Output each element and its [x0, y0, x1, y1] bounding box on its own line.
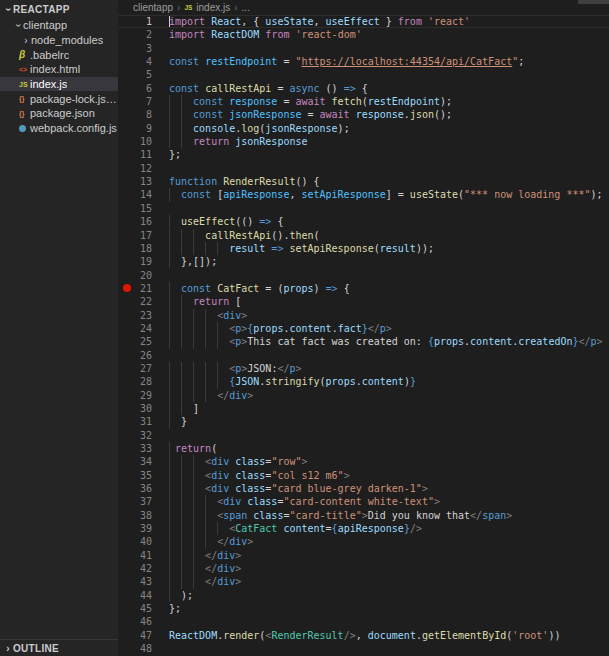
line-number[interactable]: 32	[136, 429, 152, 442]
glyph-margin[interactable]	[118, 42, 136, 55]
glyph-margin[interactable]	[118, 175, 136, 188]
code-line-39[interactable]: 39<CatFact content={apiResponse}/>	[118, 522, 609, 535]
code-line-8[interactable]: 8const jsonResponse = await response.jso…	[118, 108, 609, 121]
code-line-47[interactable]: 47ReactDOM.render(<RenderResult/>, docum…	[118, 629, 609, 642]
line-number[interactable]: 6	[136, 82, 152, 95]
code-line-38[interactable]: 38<span class="card-title">Did you know …	[118, 509, 609, 522]
line-number[interactable]: 36	[136, 482, 152, 495]
code-line-46[interactable]: 46	[118, 615, 609, 628]
code-line-5[interactable]: 5	[118, 68, 609, 81]
tree-item-webpack-config-js[interactable]: webpack.config.js	[0, 121, 118, 136]
line-number[interactable]: 7	[136, 95, 152, 108]
glyph-margin[interactable]	[118, 362, 136, 375]
code-line-16[interactable]: 16useEffect(() => {	[118, 215, 609, 228]
line-number[interactable]: 46	[136, 615, 152, 628]
glyph-margin[interactable]	[118, 349, 136, 362]
glyph-margin[interactable]	[118, 429, 136, 442]
glyph-margin[interactable]	[118, 389, 136, 402]
line-number[interactable]: 38	[136, 509, 152, 522]
line-number[interactable]: 2	[136, 28, 152, 41]
code-line-21[interactable]: 21const CatFact = (props) => {	[118, 282, 609, 295]
code-line-10[interactable]: 10return jsonResponse	[118, 135, 609, 148]
glyph-margin[interactable]	[118, 28, 136, 41]
glyph-margin[interactable]	[118, 135, 136, 148]
outline-section-header[interactable]: › OUTLINE	[0, 639, 118, 656]
code-line-11[interactable]: 11};	[118, 148, 609, 161]
code-line-12[interactable]: 12	[118, 162, 609, 175]
line-number[interactable]: 19	[136, 255, 152, 268]
line-number[interactable]: 14	[136, 188, 152, 201]
code-line-22[interactable]: 22return [	[118, 295, 609, 308]
line-number[interactable]: 22	[136, 295, 152, 308]
glyph-margin[interactable]	[118, 95, 136, 108]
line-number[interactable]: 16	[136, 215, 152, 228]
line-number[interactable]: 11	[136, 148, 152, 161]
line-number[interactable]: 29	[136, 389, 152, 402]
glyph-margin[interactable]	[118, 562, 136, 575]
glyph-margin[interactable]	[118, 16, 136, 27]
glyph-margin[interactable]	[118, 469, 136, 482]
code-line-27[interactable]: 27<p>JSON:</p>	[118, 362, 609, 375]
glyph-margin[interactable]	[118, 108, 136, 121]
line-number[interactable]: 37	[136, 495, 152, 508]
line-number[interactable]: 33	[136, 442, 152, 455]
line-number[interactable]: 9	[136, 122, 152, 135]
line-number[interactable]: 20	[136, 269, 152, 282]
workspace-section-header[interactable]: › REACTAPP	[0, 0, 118, 18]
glyph-margin[interactable]	[118, 509, 136, 522]
glyph-margin[interactable]	[118, 82, 136, 95]
line-number[interactable]: 41	[136, 549, 152, 562]
line-number[interactable]: 10	[136, 135, 152, 148]
code-line-42[interactable]: 42</div>	[118, 562, 609, 575]
line-number[interactable]: 34	[136, 455, 152, 468]
code-line-34[interactable]: 34<div class="row">	[118, 455, 609, 468]
glyph-margin[interactable]	[118, 188, 136, 201]
line-number[interactable]: 35	[136, 469, 152, 482]
glyph-margin[interactable]	[118, 282, 136, 295]
line-number[interactable]: 45	[136, 602, 152, 615]
glyph-margin[interactable]	[118, 68, 136, 81]
glyph-margin[interactable]	[118, 215, 136, 228]
code-line-40[interactable]: 40</div>	[118, 535, 609, 548]
glyph-margin[interactable]	[118, 629, 136, 642]
glyph-margin[interactable]	[118, 415, 136, 428]
line-number[interactable]: 21	[136, 282, 152, 295]
code-line-41[interactable]: 41</div>	[118, 549, 609, 562]
code-line-36[interactable]: 36<div class="card blue-grey darken-1">	[118, 482, 609, 495]
line-number[interactable]: 28	[136, 375, 152, 388]
glyph-margin[interactable]	[118, 242, 136, 255]
code-line-24[interactable]: 24<p>{props.content.fact}</p>	[118, 322, 609, 335]
code-line-31[interactable]: 31}	[118, 415, 609, 428]
glyph-margin[interactable]	[118, 549, 136, 562]
code-line-25[interactable]: 25<p>This cat fact was created on: {prop…	[118, 335, 609, 348]
glyph-margin[interactable]	[118, 148, 136, 161]
code-line-1[interactable]: 1import React, { useState, useEffect } f…	[118, 15, 609, 28]
line-number[interactable]: 1	[136, 16, 152, 27]
tree-item-node-modules[interactable]: ›node_modules	[0, 33, 118, 48]
line-number[interactable]: 15	[136, 202, 152, 215]
line-number[interactable]: 43	[136, 575, 152, 588]
code-line-29[interactable]: 29</div>	[118, 389, 609, 402]
line-number[interactable]: 48	[136, 642, 152, 655]
line-number[interactable]: 44	[136, 589, 152, 602]
line-number[interactable]: 39	[136, 522, 152, 535]
glyph-margin[interactable]	[118, 269, 136, 282]
line-number[interactable]: 8	[136, 108, 152, 121]
code-line-45[interactable]: 45};	[118, 602, 609, 615]
glyph-margin[interactable]	[118, 162, 136, 175]
line-number[interactable]: 47	[136, 629, 152, 642]
glyph-margin[interactable]	[118, 455, 136, 468]
code-line-37[interactable]: 37<div class="card-content white-text">	[118, 495, 609, 508]
glyph-margin[interactable]	[118, 255, 136, 268]
tree-item-package-lock-json[interactable]: {}package-lock.json	[0, 91, 118, 106]
glyph-margin[interactable]	[118, 535, 136, 548]
line-number[interactable]: 25	[136, 335, 152, 348]
tree-item-package-json[interactable]: {}package.json	[0, 106, 118, 121]
tree-item-clientapp[interactable]: ›clientapp	[0, 18, 118, 33]
glyph-margin[interactable]	[118, 442, 136, 455]
code-line-20[interactable]: 20	[118, 269, 609, 282]
code-line-35[interactable]: 35<div class="col s12 m6">	[118, 469, 609, 482]
line-number[interactable]: 24	[136, 322, 152, 335]
breadcrumb-item[interactable]: ...	[242, 2, 250, 13]
code-line-23[interactable]: 23<div>	[118, 309, 609, 322]
